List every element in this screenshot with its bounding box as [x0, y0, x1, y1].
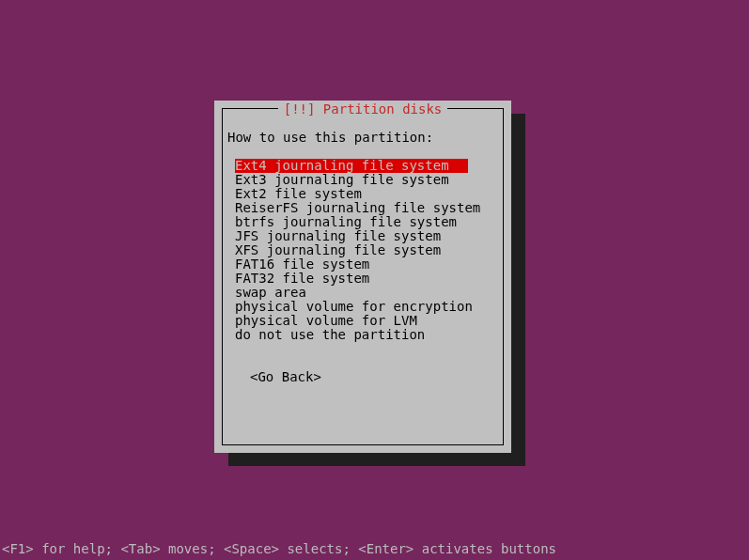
option-encryption-pv[interactable]: physical volume for encryption — [235, 299, 473, 314]
option-lvm-pv[interactable]: physical volume for LVM — [235, 313, 417, 328]
dialog-title-wrap: [!!] Partition disks — [214, 102, 511, 117]
option-fat16[interactable]: FAT16 file system — [235, 257, 369, 272]
installer-screen: [!!] Partition disks How to use this par… — [0, 0, 749, 560]
partition-disks-dialog: [!!] Partition disks How to use this par… — [214, 101, 511, 453]
dialog-body: How to use this partition: Ext4 journali… — [227, 131, 498, 440]
dialog-prompt: How to use this partition: — [227, 131, 498, 145]
option-reiserfs[interactable]: ReiserFS journaling file system — [235, 200, 480, 215]
help-bar: <F1> for help; <Tab> moves; <Space> sele… — [2, 542, 556, 556]
option-swap[interactable]: swap area — [235, 285, 306, 300]
option-btrfs[interactable]: btrfs journaling file system — [235, 214, 457, 229]
option-fat32[interactable]: FAT32 file system — [235, 271, 369, 286]
dialog-title: [!!] Partition disks — [278, 102, 448, 117]
option-ext4[interactable]: Ext4 journaling file system — [235, 159, 468, 173]
option-jfs[interactable]: JFS journaling file system — [235, 228, 441, 243]
option-ext3[interactable]: Ext3 journaling file system — [235, 172, 449, 187]
go-back-button[interactable]: <Go Back> — [250, 369, 321, 384]
partition-use-menu: Ext4 journaling file system Ext3 journal… — [235, 159, 498, 342]
option-xfs[interactable]: XFS journaling file system — [235, 242, 441, 257]
option-ext2[interactable]: Ext2 file system — [235, 186, 362, 201]
option-do-not-use[interactable]: do not use the partition — [235, 327, 425, 342]
